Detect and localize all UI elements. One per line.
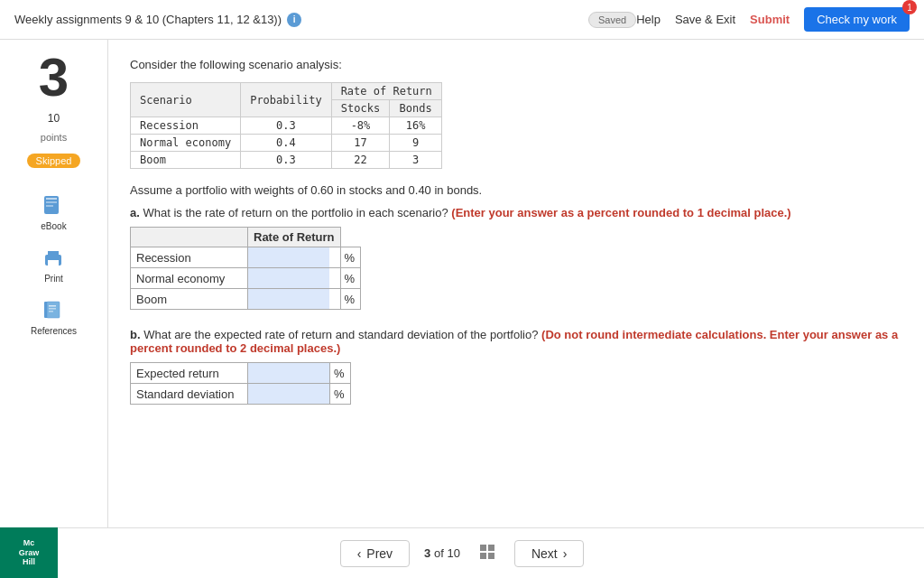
intro-text: Consider the following scenario analysis… (130, 58, 902, 71)
prev-arrow-icon: ‹ (357, 546, 362, 561)
points-label: points (41, 132, 67, 143)
ebook-label: eBook (41, 221, 66, 231)
grid-view-button[interactable] (475, 539, 500, 567)
table-row: Normal economy 0.4 17 9 (131, 135, 442, 152)
normal-pct: % (340, 268, 361, 289)
info-icon[interactable]: i (287, 13, 301, 27)
top-bar: Weekly assignments 9 & 10 (Chapters 11, … (0, 0, 924, 40)
check-work-button[interactable]: Check my work 1 (804, 7, 910, 32)
main-layout: 3 10 points Skipped eBook Print (0, 40, 924, 527)
expected-return-input[interactable] (248, 363, 329, 383)
part-a-label: a. What is the rate of return on the por… (130, 206, 902, 219)
submit-button[interactable]: Submit (750, 13, 790, 26)
next-button[interactable]: Next › (514, 540, 584, 567)
part-b-answer-table: Expected return % Standard deviation % (130, 362, 351, 405)
assignment-title: Weekly assignments 9 & 10 (Chapters 11, … (14, 13, 282, 26)
part-b-question: What are the expected rate of return and… (143, 328, 538, 341)
part-b-label: b. What are the expected rate of return … (130, 328, 902, 355)
print-button[interactable]: Print (41, 246, 66, 284)
svg-rect-11 (49, 311, 53, 312)
svg-rect-13 (488, 545, 494, 551)
part-a-highlight: (Enter your answer as a percent rounded … (451, 206, 790, 219)
sidebar-icons: eBook Print References (31, 193, 77, 336)
svg-rect-2 (46, 201, 57, 203)
question-number: 3 (39, 51, 69, 105)
svg-rect-6 (48, 260, 59, 266)
svg-rect-3 (46, 205, 53, 207)
points-value: 10 (48, 112, 60, 125)
next-arrow-icon: › (563, 546, 568, 561)
expected-return-pct: % (330, 363, 351, 384)
part-a-answer-table: Rate of Return Recession % Normal econom… (130, 227, 361, 310)
svg-rect-5 (48, 251, 59, 256)
print-label: Print (44, 274, 63, 284)
header-title-area: Weekly assignments 9 & 10 (Chapters 11, … (14, 13, 588, 27)
content-area: Consider the following scenario analysis… (108, 40, 924, 527)
scenario-col-header: Scenario (131, 83, 241, 117)
svg-rect-12 (480, 545, 486, 551)
normal-ror-input[interactable] (248, 268, 329, 288)
mcgraw-hill-logo: Mc Graw Hill (0, 527, 58, 578)
table-row: Standard deviation % (131, 384, 351, 405)
ebook-icon (41, 193, 66, 219)
references-icon (41, 298, 66, 323)
table-row: Normal economy % (131, 268, 361, 289)
references-button[interactable]: References (31, 298, 77, 336)
total-pages: 10 (447, 546, 459, 560)
table-row: Boom 0.3 22 3 (131, 152, 442, 169)
check-work-badge: 1 (902, 0, 917, 14)
print-icon (41, 246, 66, 271)
table-row: Recession % (131, 247, 361, 268)
page-info: 3 of 10 (424, 546, 460, 560)
references-label: References (31, 326, 77, 336)
scenario-table: Scenario Probability Rate of Return Stoc… (130, 82, 442, 169)
std-dev-pct: % (330, 384, 351, 405)
table-row: Recession 0.3 -8% 16% (131, 117, 442, 135)
boom-ror-input[interactable] (248, 289, 329, 309)
svg-rect-14 (480, 553, 486, 559)
part-a-col-header-ror: Rate of Return (248, 228, 341, 247)
table-row: Boom % (131, 289, 361, 310)
svg-rect-8 (47, 302, 60, 318)
grid-icon (478, 543, 496, 561)
assume-text: Assume a portfolio with weights of 0.60 … (130, 183, 902, 197)
rate-of-return-header: Rate of Return (331, 83, 441, 100)
boom-pct: % (340, 289, 361, 310)
ebook-button[interactable]: eBook (41, 193, 66, 231)
part-a-question: What is the rate of return on the portfo… (143, 206, 448, 219)
svg-rect-10 (49, 308, 56, 310)
help-link[interactable]: Help (636, 13, 661, 26)
recession-ror-input[interactable] (248, 247, 329, 267)
saved-badge: Saved (588, 12, 636, 28)
sidebar: 3 10 points Skipped eBook Print (0, 40, 108, 527)
save-exit-link[interactable]: Save & Exit (675, 13, 735, 26)
svg-rect-1 (46, 198, 57, 200)
svg-rect-15 (488, 553, 494, 559)
prev-button[interactable]: ‹ Prev (340, 540, 410, 567)
std-dev-input[interactable] (248, 384, 329, 404)
table-row: Expected return % (131, 363, 351, 384)
bonds-col-header: Bonds (390, 100, 441, 117)
recession-pct: % (340, 247, 361, 268)
bottom-bar: ‹ Prev 3 of 10 Next › (0, 527, 924, 578)
top-bar-actions: Help Save & Exit Submit Check my work 1 (636, 7, 910, 32)
status-badge: Skipped (27, 154, 81, 168)
part-a-col-header-label (131, 228, 248, 247)
current-page: 3 (424, 546, 430, 560)
stocks-col-header: Stocks (331, 100, 390, 117)
svg-rect-9 (49, 305, 56, 307)
prob-col-header: Probability (241, 83, 331, 117)
